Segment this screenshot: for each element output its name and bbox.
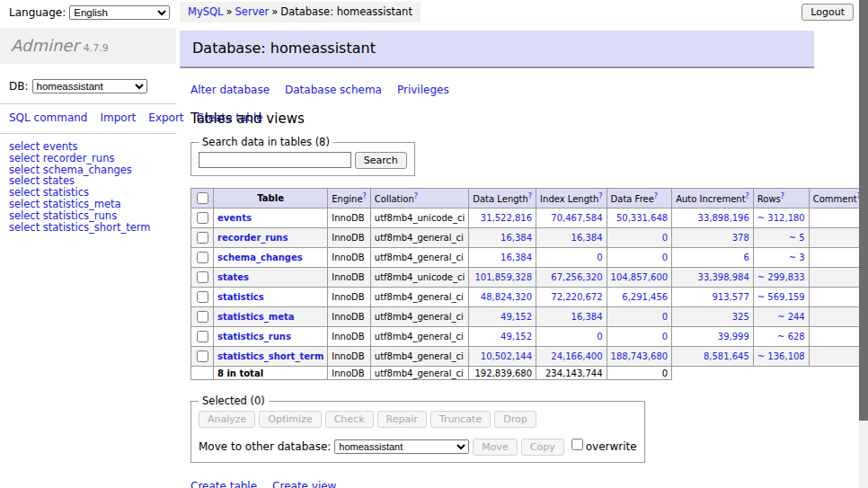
vertical-scrollbar[interactable] <box>859 0 868 488</box>
table-name-link[interactable]: statistics_meta <box>217 312 294 322</box>
rows-link[interactable]: ~ 569,159 <box>757 292 805 302</box>
repair-button[interactable]: Repair <box>377 411 427 428</box>
import-link[interactable]: Import <box>100 111 136 124</box>
data-free-link[interactable]: 104,857,600 <box>611 272 669 282</box>
sidebar-item-select-recorder-runs[interactable]: select recorder_runs <box>9 153 176 164</box>
rows-link[interactable]: ~ 5 <box>789 233 805 243</box>
table-name-link[interactable]: statistics <box>217 292 264 302</box>
rows-link[interactable]: ~ 299,833 <box>757 272 805 282</box>
search-legend: Search data in tables (8) <box>199 136 333 148</box>
table-name-link[interactable]: recorder_runs <box>217 233 288 243</box>
data-free-link[interactable]: 50,331,648 <box>616 213 668 223</box>
select-all-checkbox[interactable] <box>197 192 208 204</box>
row-checkbox[interactable] <box>197 311 208 323</box>
alter-database-link[interactable]: Alter database <box>190 84 270 96</box>
db-select[interactable]: homeassistant <box>32 79 147 93</box>
truncate-button[interactable]: Truncate <box>430 411 491 428</box>
logout-button[interactable]: Logout <box>802 4 854 21</box>
rows-hint-link[interactable]: ? <box>781 192 784 200</box>
database-schema-link[interactable]: Database schema <box>285 84 382 96</box>
index-length-link[interactable]: 0 <box>597 332 602 342</box>
sidebar-item-select-statistics-short-term[interactable]: select statistics_short_term <box>9 222 176 234</box>
row-checkbox[interactable] <box>197 252 208 263</box>
auto-increment-link[interactable]: 325 <box>732 312 749 322</box>
data-free-link[interactable]: 0 <box>662 332 668 342</box>
data-length-link[interactable]: 10,502,144 <box>481 351 532 361</box>
row-checkbox[interactable] <box>197 331 208 342</box>
data-length-link[interactable]: 101,859,328 <box>474 272 532 282</box>
search-input[interactable] <box>199 152 351 168</box>
row-checkbox[interactable] <box>197 271 208 283</box>
data-length-link[interactable]: 48,824,320 <box>481 292 532 302</box>
sidebar-item-select-statistics-runs[interactable]: select statistics_runs <box>9 210 176 222</box>
search-button[interactable]: Search <box>355 152 407 169</box>
data-length-hint-link[interactable]: ? <box>528 192 532 200</box>
analyze-button[interactable]: Analyze <box>199 411 255 428</box>
sql-command-link[interactable]: SQL command <box>9 111 87 124</box>
breadcrumb-server-link[interactable]: Server <box>235 5 270 18</box>
auto-increment-link[interactable]: 6 <box>743 253 748 262</box>
data-length-cell: 49,152 <box>469 307 536 327</box>
auto-increment-link[interactable]: 8,581,645 <box>704 351 749 361</box>
collation-hint-link[interactable]: ? <box>414 192 418 200</box>
data-length-link[interactable]: 49,152 <box>500 312 532 322</box>
row-checkbox[interactable] <box>197 350 208 362</box>
copy-button[interactable]: Copy <box>521 439 564 456</box>
rows-link[interactable]: ~ 312,180 <box>757 213 805 223</box>
breadcrumb-mysql-link[interactable]: MySQL <box>188 5 224 18</box>
data-free-link[interactable]: 0 <box>662 253 668 262</box>
index-length-link[interactable]: 70,467,584 <box>551 213 602 223</box>
auto-increment-hint-link[interactable]: ? <box>746 192 749 200</box>
table-name-link[interactable]: statistics_short_term <box>217 351 323 361</box>
row-checkbox[interactable] <box>197 212 208 224</box>
create-view-link[interactable]: Create view <box>272 480 336 488</box>
data-free-link[interactable]: 0 <box>662 233 668 243</box>
index-length-link[interactable]: 72,220,672 <box>551 292 602 302</box>
rows-link[interactable]: ~ 628 <box>777 332 805 342</box>
privileges-link[interactable]: Privileges <box>397 84 449 96</box>
rows-link[interactable]: ~ 244 <box>777 312 805 322</box>
rows-link[interactable]: ~ 3 <box>789 253 805 262</box>
sidebar-item-select-statistics-meta[interactable]: select statistics_meta <box>9 199 176 210</box>
auto-increment-link[interactable]: 33,898,196 <box>698 213 749 223</box>
auto-increment-link[interactable]: 378 <box>732 233 749 243</box>
table-name-link[interactable]: schema_changes <box>217 253 303 262</box>
move-db-select[interactable]: homeassistant <box>334 439 469 454</box>
data-free-hint-link[interactable]: ? <box>654 192 658 200</box>
table-name-link[interactable]: states <box>217 272 249 282</box>
check-button[interactable]: Check <box>325 411 374 428</box>
data-free-link[interactable]: 188,743,680 <box>611 351 669 361</box>
table-name-link[interactable]: events <box>217 213 252 223</box>
scrollbar-thumb[interactable] <box>859 0 868 421</box>
drop-button[interactable]: Drop <box>494 411 536 428</box>
index-length-link[interactable]: 24,166,400 <box>551 351 602 361</box>
auto-increment-link[interactable]: 913,577 <box>712 292 748 302</box>
rows-link[interactable]: ~ 136,108 <box>757 351 805 361</box>
data-length-link[interactable]: 31,522,816 <box>481 213 532 223</box>
data-length-link[interactable]: 49,152 <box>500 332 532 342</box>
data-length-link[interactable]: 16,384 <box>500 253 532 262</box>
export-link[interactable]: Export <box>148 111 183 124</box>
data-free-link[interactable]: 6,291,456 <box>622 292 668 302</box>
data-free-link[interactable]: 0 <box>662 312 668 322</box>
optimize-button[interactable]: Optimize <box>259 411 321 428</box>
move-button[interactable]: Move <box>473 439 518 456</box>
sidebar-item-select-events[interactable]: select events <box>9 141 176 153</box>
row-checkbox[interactable] <box>197 291 208 303</box>
index-length-link[interactable]: 0 <box>597 253 602 262</box>
auto-increment-link[interactable]: 39,999 <box>718 332 749 342</box>
create-table-link[interactable]: Create table <box>190 480 257 488</box>
index-length-link[interactable]: 67,256,320 <box>551 272 602 282</box>
engine-hint-link[interactable]: ? <box>363 192 367 200</box>
app-version: 4.7.9 <box>84 42 109 54</box>
overwrite-checkbox[interactable] <box>571 439 583 450</box>
row-checkbox[interactable] <box>197 232 208 244</box>
index-length-link[interactable]: 16,384 <box>571 233 603 243</box>
data-free-cell: 0 <box>607 327 672 347</box>
auto-increment-link[interactable]: 33,398,984 <box>698 272 749 282</box>
index-length-hint-link[interactable]: ? <box>598 192 602 200</box>
data-length-link[interactable]: 16,384 <box>500 233 532 243</box>
index-length-link[interactable]: 16,384 <box>571 312 603 322</box>
language-select[interactable]: English <box>69 5 170 20</box>
table-name-link[interactable]: statistics_runs <box>217 332 291 342</box>
